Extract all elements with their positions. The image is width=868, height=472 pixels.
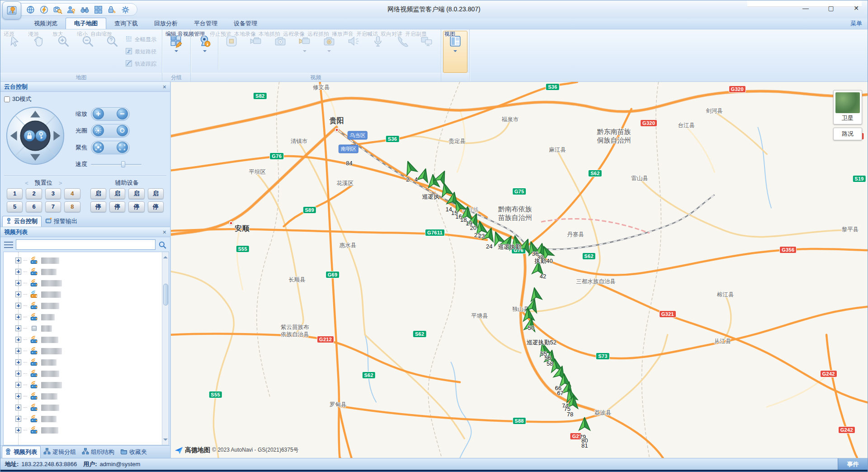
preset-button-4[interactable]: 4 [64,188,80,199]
close-icon[interactable]: × [163,83,166,91]
bottom-tab-逻辑分组[interactable]: 逻辑分组 [41,446,79,458]
traffic-layer-button[interactable]: 路况 [833,128,862,140]
scroll-down-icon[interactable] [163,439,168,443]
tree-row[interactable] [8,402,162,413]
expand-icon[interactable] [15,291,21,297]
bottom-tab-视频列表[interactable]: 视频列表 [2,446,41,458]
scrollbar-thumb[interactable] [163,284,168,305]
expand-icon[interactable] [15,269,21,275]
preset-button-3[interactable]: 3 [45,188,61,199]
zoom-in-button[interactable] [93,108,104,119]
tree-row[interactable] [8,345,162,357]
patrol-marker-32[interactable] [577,416,592,434]
event-button[interactable]: 事件 [838,458,868,470]
expand-icon[interactable] [15,337,21,343]
expand-icon[interactable] [15,280,21,286]
aux-stop-button-4[interactable]: 停 [148,201,164,212]
focus-far-button[interactable] [117,142,128,153]
tree-row[interactable] [8,334,162,345]
preset-button-7[interactable]: 7 [45,201,61,212]
tab-视频浏览[interactable]: 视频浏览 [26,18,66,29]
aux-stop-button-1[interactable]: 停 [90,201,106,212]
expand-icon[interactable] [15,348,21,354]
aux-start-button-4[interactable]: 启 [148,188,164,199]
subtab-报警输出[interactable]: 报警输出 [42,216,81,227]
iris-open-button[interactable] [93,125,104,136]
tree-row[interactable] [8,379,162,391]
aux-start-button-1[interactable]: 启 [90,188,106,199]
tab-平台管理[interactable]: 平台管理 [186,18,226,29]
speed-slider-thumb[interactable] [121,161,125,167]
maximize-button[interactable]: ▢ [824,3,838,14]
3d-mode-checkbox[interactable] [4,96,10,102]
expand-icon[interactable] [15,405,21,410]
focus-near-button[interactable] [93,142,104,153]
tree-row[interactable] [8,277,162,289]
user-permission-icon[interactable] [66,5,76,15]
search-icon[interactable] [158,241,166,249]
bottom-tab-收藏夹[interactable]: 收藏夹 [118,446,150,458]
tab-查询下载[interactable]: 查询下载 [106,18,146,29]
ptz-joystick[interactable] [4,105,66,167]
settings-gear-icon[interactable] [120,5,131,15]
satellite-layer-button[interactable]: 卫星 [833,90,862,124]
aux-stop-button-3[interactable]: 停 [128,201,144,212]
aux-start-button-3[interactable]: 启 [128,188,144,199]
bottom-tab-组织结构[interactable]: 组织结构 [80,446,118,458]
preset-button-5[interactable]: 5 [7,201,23,212]
tree-row[interactable] [8,357,162,368]
subtab-云台控制[interactable]: 云台控制 [2,216,42,227]
layout-grid-icon[interactable] [93,5,104,15]
tree-row[interactable] [8,413,162,424]
tree-scrollbar[interactable] [162,252,169,445]
tree-row[interactable] [8,255,162,266]
tab-回放分析[interactable]: 回放分析 [146,18,186,29]
speed-slider[interactable] [91,161,142,167]
expand-icon[interactable] [15,359,21,365]
hamburger-icon[interactable] [4,242,13,248]
preset-next-button[interactable]: > [59,180,62,186]
app-menu-button[interactable] [2,1,21,19]
tree-row[interactable] [8,266,162,277]
expand-icon[interactable] [15,427,21,433]
preset-button-6[interactable]: 6 [26,201,42,212]
preset-button-1[interactable]: 1 [7,188,23,199]
expand-icon[interactable] [15,325,21,331]
close-button[interactable]: ✕ [849,3,863,14]
tree-row[interactable] [8,424,162,436]
tab-电子地图[interactable]: 电子地图 [66,18,106,29]
lock-key-icon[interactable] [107,5,117,15]
tree-row[interactable] [8,323,162,334]
scroll-up-icon[interactable] [163,254,168,258]
expand-icon[interactable] [15,303,21,309]
tree-row[interactable] [8,368,162,379]
view-button[interactable]: 视图 [443,31,467,73]
tab-设备管理[interactable]: 设备管理 [226,18,265,29]
flash-icon[interactable] [39,5,49,15]
iris-close-button[interactable] [117,125,128,136]
expand-icon[interactable] [15,314,21,320]
expand-icon[interactable] [15,371,21,377]
minimize-button[interactable]: — [799,3,812,14]
preset-button-8[interactable]: 8 [64,201,80,212]
menu-link[interactable]: 菜单 [850,19,862,28]
search-input[interactable] [16,239,156,250]
expand-icon[interactable] [15,416,21,422]
tree-row[interactable] [8,311,162,323]
preset-prev-button[interactable]: < [25,180,28,186]
preset-button-2[interactable]: 2 [26,188,42,199]
snapshot-search-icon[interactable] [52,5,63,15]
expand-icon[interactable] [15,393,21,399]
network-icon[interactable] [25,5,36,15]
map-canvas[interactable]: 卫星 路况 高德地图 © 2023 AutoNavi - GS(2021)637… [171,82,868,458]
tree-row[interactable] [8,300,162,311]
tree-row[interactable] [8,289,162,300]
aux-start-button-2[interactable]: 启 [109,188,125,199]
zoom-out-button[interactable] [117,108,128,119]
close-icon[interactable]: × [163,229,166,236]
expand-icon[interactable] [15,382,21,388]
aux-stop-button-2[interactable]: 停 [109,201,125,212]
expand-icon[interactable] [15,257,21,263]
binoculars-icon[interactable] [80,5,90,15]
tree-row[interactable] [8,391,162,402]
